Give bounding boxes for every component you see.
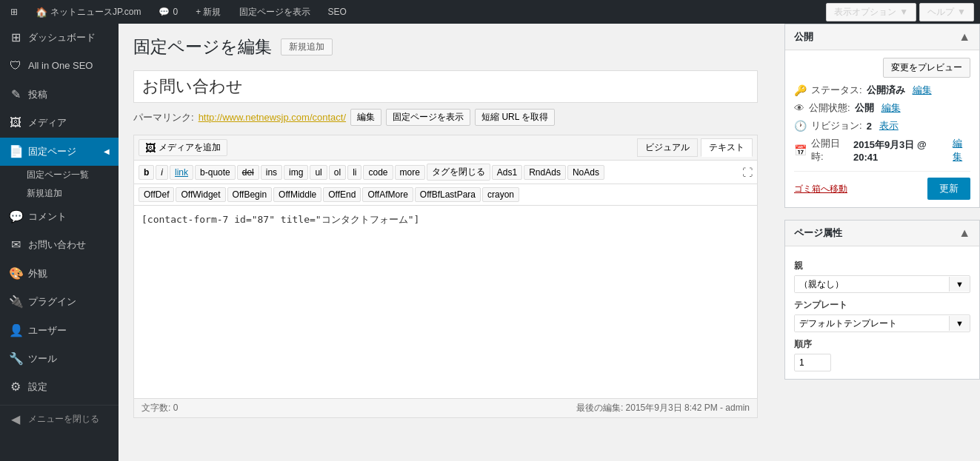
editor-content: [contact-form-7 id="87" title="コンタクトフォーム… [141, 214, 419, 225]
editor-toolbar-1: b i link b-quote del ins img ul ol li co… [134, 161, 757, 184]
offbflastpara-button[interactable]: OffBfLastPara [415, 187, 481, 202]
publish-meta-box-header[interactable]: 公開 ▲ [785, 24, 979, 50]
editor-footer: 文字数: 0 最後の編集: 2015年9月3日 8:42 PM - admin [134, 398, 757, 417]
revision-view-link[interactable]: 表示 [879, 119, 899, 132]
main-layout: ⊞ ダッシュボード 🛡 All in One SEO ✎ 投稿 🖼 メディア 📄… [0, 24, 980, 461]
sidebar-item-comments[interactable]: 💬 コメント [0, 203, 119, 231]
sidebar-item-label: 投稿 [28, 88, 47, 101]
update-button[interactable]: 更新 [927, 178, 970, 200]
sidebar-item-pages[interactable]: 📄 固定ページ ◀ [0, 138, 119, 166]
chevron-down-icon2: ▼ [957, 7, 966, 17]
del-button[interactable]: del [237, 165, 259, 180]
word-count: 文字数: 0 [141, 402, 178, 414]
sidebar-item-users[interactable]: 👤 ユーザー [0, 317, 119, 345]
more-button[interactable]: more [395, 165, 425, 180]
permalink-url[interactable]: http://www.netnewsjp.com/contact/ [199, 112, 346, 123]
sidebar-item-contact[interactable]: ✉ お問い合わせ [0, 231, 119, 259]
link-button[interactable]: link [170, 165, 193, 180]
offafmore-button[interactable]: OffAfMore [362, 187, 413, 202]
offdef-button[interactable]: OffDef [139, 187, 174, 202]
ads1-button[interactable]: Ads1 [492, 165, 522, 180]
view-page-button[interactable]: 固定ページを表示 [386, 109, 470, 126]
new-page-button[interactable]: 新規追加 [281, 38, 333, 55]
sidebar-item-dashboard[interactable]: ⊞ ダッシュボード [0, 24, 119, 52]
visual-tab[interactable]: ビジュアル [637, 138, 698, 157]
offbegin-button[interactable]: OffBegin [227, 187, 272, 202]
comments-icon: 💬 [159, 7, 170, 17]
status-edit-link[interactable]: 編集 [913, 84, 932, 97]
posts-icon: ✎ [9, 87, 22, 103]
chevron-down-icon: ▼ [899, 7, 908, 17]
parent-select[interactable]: （親なし） [795, 276, 949, 292]
bquote-button[interactable]: b-quote [195, 165, 236, 180]
permalink-edit-button[interactable]: 編集 [350, 109, 381, 126]
sidebar-close-menu-item[interactable]: ◀ メニューを閉じる [0, 406, 119, 434]
sidebar-item-tools[interactable]: 🔧 ツール [0, 345, 119, 373]
ins-button[interactable]: ins [261, 165, 282, 180]
site-name-item[interactable]: 🏠 ネットニュースJP.com [31, 0, 145, 24]
sidebar-item-plugins[interactable]: 🔌 プラグイン [0, 288, 119, 316]
add-media-icon: 🖼 [145, 142, 156, 154]
noads-button[interactable]: NoAds [567, 165, 604, 180]
preview-button[interactable]: 変更をプレビュー [883, 58, 970, 78]
img-button[interactable]: img [284, 165, 308, 180]
dashboard-icon: ⊞ [9, 30, 22, 46]
wp-logo-item[interactable]: ⊞ [6, 0, 22, 24]
close-tags-button[interactable]: タグを閉じる [427, 164, 490, 181]
offmiddle-button[interactable]: OffMiddle [273, 187, 321, 202]
text-tab[interactable]: テキスト [701, 138, 753, 157]
order-input[interactable] [794, 354, 831, 371]
sidebar-sub-pages-list[interactable]: 固定ページ一覧 [0, 166, 119, 184]
users-icon: 👤 [9, 323, 22, 339]
view-page-item[interactable]: 固定ページを表示 [235, 0, 315, 24]
li-button[interactable]: li [347, 165, 361, 180]
seo-item[interactable]: SEO [324, 0, 351, 24]
offend-button[interactable]: OffEnd [323, 187, 361, 202]
contact-icon: ✉ [9, 237, 22, 253]
bold-button[interactable]: b [139, 165, 154, 180]
comments-count: 0 [173, 7, 178, 17]
editor-body[interactable]: [contact-form-7 id="87" title="コンタクトフォーム… [134, 206, 757, 398]
italic-button[interactable]: i [156, 165, 168, 180]
sidebar-item-appearance[interactable]: 🎨 外観 [0, 260, 119, 288]
pages-new-label: 新規追加 [27, 188, 62, 198]
sidebar-item-media[interactable]: 🖼 メディア [0, 109, 119, 137]
sidebar-item-settings[interactable]: ⚙ 設定 [0, 373, 119, 401]
sidebar-item-aioseo[interactable]: 🛡 All in One SEO [0, 52, 119, 80]
display-options-btn[interactable]: 表示オプション ▼ [826, 3, 916, 21]
add-media-button[interactable]: 🖼 メディアを追加 [139, 139, 227, 156]
ol-button[interactable]: ol [329, 165, 346, 180]
new-item[interactable]: + 新規 [191, 0, 225, 24]
post-title-input[interactable] [133, 70, 758, 103]
comments-item[interactable]: 💬 0 [154, 0, 182, 24]
site-name-icon: 🏠 [36, 7, 47, 18]
close-menu-label: メニューを閉じる [28, 413, 99, 425]
sidebar-item-posts[interactable]: ✎ 投稿 [0, 81, 119, 109]
sidebar: ⊞ ダッシュボード 🛡 All in One SEO ✎ 投稿 🖼 メディア 📄… [0, 24, 119, 461]
status-label: ステータス: [811, 84, 862, 97]
expand-icon[interactable]: ⛶ [742, 166, 753, 178]
offwidget-button[interactable]: OffWidget [176, 187, 225, 202]
sidebar-item-label: 固定ページ [28, 145, 76, 158]
sidebar-item-label: お問い合わせ [28, 238, 86, 252]
template-select[interactable]: デフォルトテンプレート [795, 315, 949, 332]
visibility-row: 👁 公開状態: 公開 編集 [794, 101, 970, 115]
publish-footer: ゴミ箱へ移動 更新 [794, 171, 970, 200]
plugins-icon: 🔌 [9, 294, 22, 310]
help-btn[interactable]: ヘルプ ▼ [919, 3, 974, 21]
code-button[interactable]: code [363, 165, 393, 180]
publish-date-edit-link[interactable]: 編集 [953, 137, 970, 164]
short-url-button[interactable]: 短縮 URL を取得 [475, 109, 555, 126]
publish-box-title: 公開 [794, 30, 813, 44]
sidebar-sub-pages-new[interactable]: 新規追加 [0, 184, 119, 203]
rndads-button[interactable]: RndAds [524, 165, 566, 180]
crayon-button[interactable]: crayon [482, 187, 519, 202]
shield-icon: 🛡 [9, 58, 22, 74]
page-attributes-header[interactable]: ページ属性 ▲ [785, 221, 979, 246]
ul-button[interactable]: ul [310, 165, 327, 180]
trash-link[interactable]: ゴミ箱へ移動 [794, 183, 847, 195]
editor-tabs: ビジュアル テキスト [636, 138, 753, 157]
visibility-edit-link[interactable]: 編集 [881, 101, 901, 115]
revision-icon: 🕐 [794, 120, 807, 132]
preview-row: 変更をプレビュー [794, 58, 970, 78]
